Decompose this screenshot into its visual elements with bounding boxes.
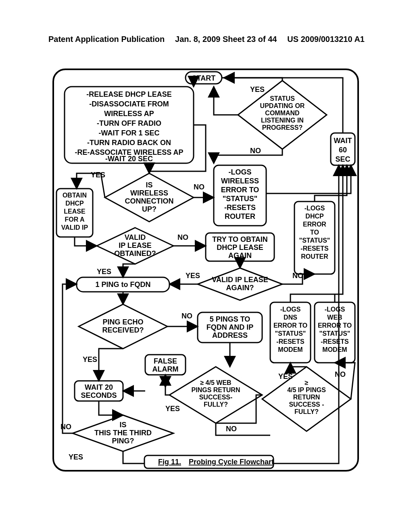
- svg-text:FALSE: FALSE: [154, 357, 177, 365]
- svg-text:SEC: SEC: [335, 155, 350, 163]
- valid-ip2-decision: VALID IP LEASE AGAIN?: [198, 268, 282, 300]
- valid-ip-decision: VALID IP LEASE OBTAINED?: [97, 228, 173, 264]
- svg-text:FQDN AND IP: FQDN AND IP: [206, 323, 253, 331]
- svg-text:MODEM: MODEM: [278, 346, 302, 353]
- svg-text:YES: YES: [165, 405, 180, 413]
- svg-text:YES: YES: [69, 453, 83, 461]
- svg-text:NO: NO: [226, 425, 237, 433]
- svg-text:ADDRESS: ADDRESS: [212, 331, 248, 339]
- log-dns: -LOGS DNS ERROR TO "STATUS" -RESETS MODE…: [270, 302, 311, 363]
- svg-text:FOR A: FOR A: [65, 216, 85, 223]
- svg-text:LEASE: LEASE: [64, 208, 86, 215]
- svg-text:OBTAIN: OBTAIN: [63, 192, 87, 199]
- svg-text:NO: NO: [177, 233, 188, 241]
- svg-text:PING?: PING?: [112, 437, 134, 445]
- svg-text:1 PING to FQDN: 1 PING to FQDN: [95, 281, 150, 289]
- svg-text:-RESETS: -RESETS: [276, 338, 305, 345]
- svg-text:WAIT: WAIT: [334, 137, 352, 145]
- svg-text:"STATUS": "STATUS": [275, 330, 306, 337]
- svg-text:IP LEASE: IP LEASE: [119, 241, 152, 249]
- svg-text:-RELEASE DHCP LEASE: -RELEASE DHCP LEASE: [86, 90, 172, 98]
- svg-text:-TURN RADIO BACK ON: -TURN RADIO BACK ON: [87, 139, 171, 147]
- svg-text:DHCP: DHCP: [305, 213, 324, 220]
- thirdping-decision: IS THIS THE THIRD PING?: [73, 415, 173, 451]
- svg-text:PROGRESS?: PROGRESS?: [262, 124, 302, 131]
- svg-text:YES: YES: [278, 372, 293, 380]
- svg-text:WIRELESS: WIRELESS: [221, 177, 259, 185]
- svg-text:-LOGS: -LOGS: [280, 306, 301, 313]
- svg-text:IS: IS: [119, 421, 126, 429]
- svg-text:VALID IP LEASE: VALID IP LEASE: [212, 276, 268, 284]
- svg-text:DNS: DNS: [284, 314, 297, 321]
- start-node: START: [186, 72, 222, 84]
- svg-text:TRY TO OBTAIN: TRY TO OBTAIN: [212, 235, 267, 243]
- svg-text:FULLY?: FULLY?: [204, 401, 228, 408]
- svg-text:ROUTER: ROUTER: [301, 253, 328, 260]
- svg-text:YES: YES: [250, 85, 265, 94]
- flowchart: START -RELEASE DHCP LEASE -DISASSOCIATE …: [52, 69, 359, 472]
- svg-text:LISTENING IN: LISTENING IN: [261, 117, 304, 124]
- svg-text:ERROR: ERROR: [303, 221, 326, 228]
- svg-text:Fig 11.: Fig 11.: [158, 458, 181, 466]
- svg-text:-WAIT FOR 1 SEC: -WAIT FOR 1 SEC: [98, 129, 159, 137]
- svg-text:WIRELESS AP: WIRELESS AP: [104, 110, 154, 118]
- svg-text:YES: YES: [91, 171, 105, 179]
- ping5: 5 PINGS TO FQDN AND IP ADDRESS: [198, 312, 262, 343]
- svg-text:RETURN: RETURN: [293, 394, 320, 401]
- svg-text:-WAIT 20 SEC: -WAIT 20 SEC: [105, 155, 153, 163]
- svg-text:UPDATING OR: UPDATING OR: [260, 102, 305, 109]
- log-wireless: -LOGS WIRELESS ERROR TO "STATUS" -RESETS…: [214, 165, 266, 226]
- svg-text:FULLY?: FULLY?: [294, 408, 319, 415]
- wait20: WAIT 20 SECONDS: [75, 381, 123, 401]
- svg-text:Probing Cycle Flowchart: Probing Cycle Flowchart: [189, 458, 274, 466]
- svg-text:-RESETS: -RESETS: [321, 338, 349, 345]
- ping1: 1 PING to FQDN: [77, 277, 169, 292]
- svg-text:-LOGS: -LOGS: [325, 306, 345, 313]
- svg-text:4/5 IP PINGS: 4/5 IP PINGS: [287, 387, 326, 393]
- caption: Fig 11. Probing Cycle Flowchart: [144, 455, 274, 468]
- svg-text:WIRELESS: WIRELESS: [130, 189, 168, 197]
- svg-text:"STATUS": "STATUS": [299, 237, 330, 244]
- svg-text:TO: TO: [310, 229, 319, 236]
- svg-text:-TURN OFF RADIO: -TURN OFF RADIO: [97, 119, 161, 127]
- svg-text:-RESETS: -RESETS: [300, 245, 329, 252]
- log-dhcp: -LOGS DHCP ERROR TO "STATUS" -RESETS ROU…: [294, 202, 335, 274]
- svg-text:5 PINGS TO: 5 PINGS TO: [210, 315, 250, 323]
- svg-text:WEB: WEB: [327, 314, 342, 321]
- svg-text:NO: NO: [335, 370, 346, 378]
- svg-text:NO: NO: [181, 312, 192, 320]
- svg-text:YES: YES: [186, 272, 200, 280]
- svg-text:NO: NO: [292, 272, 303, 280]
- header-center: Jan. 8, 2009 Sheet 23 of 44: [175, 35, 277, 44]
- svg-text:DHCP LEASE: DHCP LEASE: [217, 243, 263, 251]
- svg-text:YES: YES: [97, 268, 111, 276]
- svg-text:-LOGS: -LOGS: [229, 168, 252, 176]
- svg-text:VALID IP: VALID IP: [61, 224, 88, 231]
- svg-text:OBTAINED?: OBTAINED?: [114, 249, 156, 258]
- svg-text:≥: ≥: [305, 379, 309, 386]
- svg-text:YES: YES: [83, 355, 97, 364]
- svg-text:DHCP: DHCP: [65, 200, 84, 207]
- svg-text:PING ECHO: PING ECHO: [102, 318, 143, 326]
- obtain-dhcp: OBTAIN DHCP LEASE FOR A VALID IP: [56, 189, 93, 237]
- svg-text:SECONDS: SECONDS: [81, 391, 117, 399]
- svg-text:COMMAND: COMMAND: [265, 110, 299, 116]
- svg-text:VALID: VALID: [125, 233, 146, 241]
- svg-text:WAIT 20: WAIT 20: [85, 383, 113, 391]
- try-dhcp: TRY TO OBTAIN DHCP LEASE AGAIN: [206, 233, 274, 261]
- svg-text:SUCCESS -: SUCCESS -: [289, 401, 324, 408]
- svg-text:60: 60: [339, 146, 347, 154]
- svg-text:ROUTER: ROUTER: [225, 212, 255, 220]
- false-alarm: FALSE ALARM: [145, 355, 186, 375]
- svg-text:AGAIN: AGAIN: [228, 251, 252, 260]
- webpings-decision: ≥ 4/5 WEB PINGS RETURN SUCCESS- FULLY?: [169, 367, 262, 423]
- svg-text:PINGS RETURN: PINGS RETURN: [192, 387, 240, 393]
- svg-text:SUCCESS-: SUCCESS-: [199, 394, 233, 401]
- svg-text:RECEIVED?: RECEIVED?: [102, 326, 144, 334]
- log-web: -LOGS WEB ERROR TO "STATUS" -RESETS MODE…: [315, 302, 355, 363]
- svg-text:THIS THE THIRD: THIS THE THIRD: [94, 429, 152, 437]
- svg-text:"STATUS": "STATUS": [319, 330, 350, 337]
- reset-process: -RELEASE DHCP LEASE -DISASSOCIATE FROM W…: [65, 87, 194, 163]
- svg-text:ERROR TO: ERROR TO: [221, 186, 259, 194]
- pingecho-decision: PING ECHO RECEIVED?: [79, 304, 167, 349]
